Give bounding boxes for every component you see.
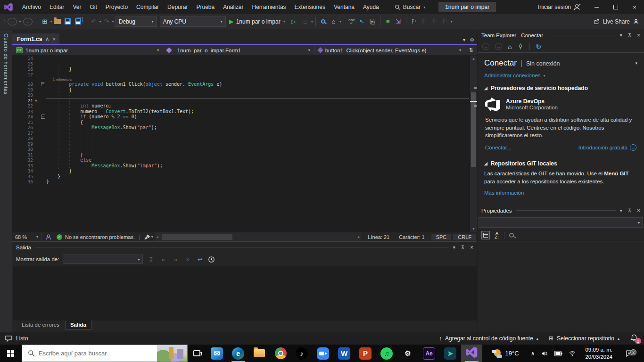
solution-explorer-sync-button[interactable]: ⌂	[329, 16, 339, 27]
taskbar-app-mail[interactable]: ✉	[206, 345, 228, 362]
te-home-button[interactable]: ⌂	[508, 43, 512, 50]
toolbox-strip[interactable]: Cuadro de herramientas	[0, 30, 12, 332]
taskbar-app-phone-link[interactable]: ➤	[440, 345, 461, 362]
scroll-left-icon[interactable]: ◂	[157, 232, 158, 241]
taskbar-app-spotify[interactable]: ♫	[376, 345, 397, 362]
save-all-button[interactable]	[74, 16, 83, 27]
search-input[interactable]	[35, 350, 157, 357]
previous-bookmark-button[interactable]: ⚐	[420, 16, 429, 27]
copy-structure-button[interactable]: ⎘	[368, 16, 377, 27]
code-line-36[interactable]: 36}	[12, 179, 470, 185]
clear-all-icon[interactable]: ×	[183, 256, 192, 263]
menu-prueba[interactable]: Prueba	[192, 0, 219, 14]
column-indicator[interactable]: Carácter: 1	[394, 234, 429, 240]
select-element-button[interactable]: ↖	[357, 16, 367, 27]
new-project-button[interactable]: ⊞	[40, 16, 50, 27]
te-forward-button[interactable]: →	[495, 43, 502, 50]
task-view-button[interactable]	[188, 345, 206, 362]
output-content[interactable]	[13, 266, 477, 321]
zoom-dropdown[interactable]: 68 % ▾	[12, 232, 41, 241]
hot-reload-button[interactable]: ♨	[301, 16, 310, 27]
format-document-button[interactable]: ≡	[383, 16, 393, 27]
scroll-down-icon[interactable]: ▾	[470, 227, 477, 231]
te-pin-icon[interactable]: ⊼	[628, 33, 631, 38]
te-close-icon[interactable]: ×	[637, 32, 640, 39]
code-cleanup-caret-icon[interactable]: ▾	[151, 235, 153, 239]
live-share-button[interactable]: Live Share	[594, 18, 639, 25]
next-bookmark-button[interactable]: ⚐	[430, 16, 439, 27]
start-button[interactable]	[0, 345, 22, 362]
timestamp-clock-icon[interactable]	[208, 256, 215, 263]
code-line-26[interactable]: 26 MessageBox.Show("par");	[12, 125, 470, 131]
project-dropdown[interactable]: C# 1num par o impar ▾	[12, 45, 163, 55]
code-cleanup-broom-icon[interactable]	[144, 234, 151, 240]
feedback-bubble-icon[interactable]	[5, 335, 12, 342]
code-line-21[interactable]: 21✎	[12, 98, 470, 104]
taskbar-app-file-explorer[interactable]	[249, 345, 270, 362]
connect-plug-icon[interactable]	[517, 43, 524, 50]
spaces-indicator[interactable]: SPC	[431, 234, 452, 240]
select-repository-button[interactable]: ⊞ Seleccionar repositorio ▴	[549, 335, 619, 342]
property-pages-wrench-icon[interactable]	[509, 233, 514, 238]
tab-list-caret-icon[interactable]: ▾	[463, 37, 465, 42]
code-lines[interactable]: 141516 }171 referencia18− private void b…	[12, 56, 470, 232]
te-menu-caret-icon[interactable]: ▾	[620, 33, 622, 38]
code-editor[interactable]: 141516 }171 referencia18− private void b…	[12, 56, 477, 232]
code-line-30[interactable]: 30	[12, 147, 470, 152]
manage-connections-label[interactable]: Administrar conexiones	[484, 73, 541, 78]
props-pin-icon[interactable]: ⊼	[628, 208, 631, 213]
start-without-debugging-button[interactable]: ▷	[289, 16, 298, 27]
close-button[interactable]: ×	[625, 0, 644, 14]
taskbar-app-tiktok[interactable]: ♪	[291, 345, 313, 362]
search-illustration[interactable]	[157, 345, 187, 362]
line-ending-indicator[interactable]: CRLF	[453, 234, 476, 240]
volume-icon[interactable]	[541, 350, 548, 357]
find-in-files-button[interactable]	[319, 16, 328, 27]
connect-page-header[interactable]: Conectar | Sin conexión ▾	[484, 58, 637, 68]
solution-platform-dropdown[interactable]: Any CPU ▾	[160, 16, 226, 27]
toolbox-tab-label[interactable]: Cuadro de herramientas	[3, 33, 9, 332]
code-lens[interactable]: 1 referencia	[12, 77, 470, 82]
taskbar-clock[interactable]: 09:09 a. m. 20/03/2024	[582, 346, 615, 360]
team-explorer-header[interactable]: Team Explorer - Conectar ▾ ⊼ ×	[478, 30, 644, 41]
menu-archivo[interactable]: Archivo	[18, 0, 45, 14]
type-dropdown[interactable]: _1num_par_o_impar.Form1 ▾	[163, 45, 314, 55]
code-line-29[interactable]: 29	[12, 141, 470, 147]
properties-header[interactable]: Propiedades ▾ ⊼ ×	[478, 205, 644, 216]
comment-lines-button[interactable]: ⇲	[394, 16, 403, 27]
action-center-button[interactable]: 2	[621, 350, 640, 357]
minimize-button[interactable]	[587, 0, 606, 14]
hosted-providers-section-header[interactable]: ◢ Proveedores de servicio hospedado	[484, 85, 637, 91]
menu-ver[interactable]: Ver	[68, 0, 85, 14]
sign-in-button[interactable]: Iniciar sesión	[538, 4, 581, 11]
output-source-dropdown[interactable]: ▾	[63, 255, 143, 264]
feedback-person-icon[interactable]	[45, 234, 52, 240]
categorized-view-button[interactable]	[481, 231, 490, 239]
tab-error-list[interactable]: Lista de errores	[17, 321, 64, 329]
taskbar-app-word[interactable]: W	[334, 345, 355, 362]
previous-message-icon[interactable]: «	[159, 256, 167, 263]
code-line-20[interactable]: 20	[12, 92, 470, 98]
page-caret-icon[interactable]: ▾	[635, 61, 637, 66]
notifications-button[interactable]: 1	[630, 334, 639, 343]
code-line-16[interactable]: 16 }	[12, 66, 470, 72]
spell-check-button[interactable]: abc✓	[347, 16, 356, 27]
props-close-icon[interactable]: ×	[637, 207, 640, 214]
output-panel-header[interactable]: Salida ▾ ⊼ ×	[12, 242, 477, 253]
navigate-back-button[interactable]: ←	[8, 18, 17, 25]
taskbar-app-powerpoint[interactable]: P	[355, 345, 376, 362]
taskbar-app-settings[interactable]: ⚙	[397, 345, 419, 362]
horizontal-scrollbar[interactable]: ◂ ▸	[155, 232, 362, 241]
fold-collapse-icon[interactable]: −	[41, 115, 45, 119]
properties-object-dropdown[interactable]: ▾	[479, 217, 643, 228]
taskbar-app-zoom[interactable]	[313, 345, 334, 362]
member-dropdown[interactable]: button1_Click(object sender, EventArgs e…	[314, 45, 465, 55]
problems-status[interactable]: No se encontraron problemas.	[65, 234, 135, 240]
props-menu-caret-icon[interactable]: ▾	[620, 208, 622, 213]
navigate-forward-button[interactable]: →	[23, 18, 33, 25]
redo-button[interactable]: ↷	[102, 16, 111, 27]
code-line-27[interactable]: 27	[12, 131, 470, 136]
toggle-bookmark-button[interactable]: ⚐	[409, 16, 419, 27]
scroll-right-icon[interactable]: ▸	[358, 232, 360, 241]
taskbar-search[interactable]	[22, 345, 188, 362]
